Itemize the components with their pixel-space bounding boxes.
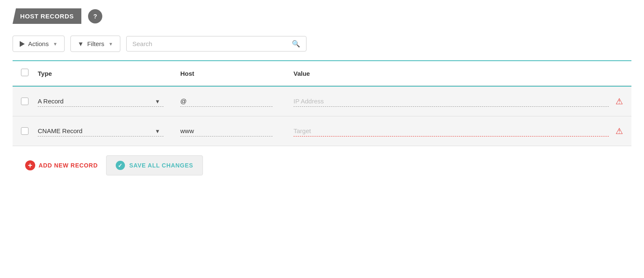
host-column-header: Host: [180, 70, 293, 77]
select-all-checkbox[interactable]: [21, 69, 29, 76]
row-2-host-input[interactable]: [180, 126, 273, 136]
header-row: HOST RECORDS ?: [13, 8, 631, 24]
row-1-warning-icon: ⚠: [615, 96, 623, 106]
search-icon: 🔍: [292, 40, 300, 48]
row-1-checkbox[interactable]: [21, 98, 29, 105]
footer-row: + ADD NEW RECORD ✓ SAVE ALL CHANGES: [13, 146, 631, 185]
help-icon: ?: [93, 13, 97, 20]
save-check-icon: ✓: [116, 161, 125, 170]
row-1-host-input[interactable]: [180, 96, 273, 107]
table-row: A Record AAAA Record CNAME Record MX Rec…: [13, 87, 631, 116]
search-input[interactable]: [132, 40, 292, 47]
header-checkbox-col: [21, 69, 38, 78]
value-label: Value: [293, 70, 310, 77]
table-header: Type Host Value: [13, 61, 631, 86]
table-row: A Record AAAA Record CNAME Record MX Rec…: [13, 116, 631, 146]
row-1-type-select[interactable]: A Record AAAA Record CNAME Record MX Rec…: [38, 96, 164, 107]
value-column-header: Value: [293, 70, 623, 77]
type-label: Type: [38, 70, 52, 77]
host-records-badge: HOST RECORDS: [13, 8, 81, 24]
page-wrapper: HOST RECORDS ? Actions ▼ ▼ Filters ▼ 🔍: [0, 0, 644, 193]
row-2-checkbox[interactable]: [21, 127, 29, 135]
row-2-type-col: A Record AAAA Record CNAME Record MX Rec…: [38, 126, 180, 136]
row-2-type-select[interactable]: A Record AAAA Record CNAME Record MX Rec…: [38, 126, 164, 136]
add-record-button[interactable]: + ADD NEW RECORD: [25, 160, 98, 170]
row-2-value-col: ⚠: [293, 126, 623, 136]
row-2-type-select-wrapper: A Record AAAA Record CNAME Record MX Rec…: [38, 126, 164, 136]
help-button[interactable]: ?: [88, 9, 102, 23]
row-1-type-col: A Record AAAA Record CNAME Record MX Rec…: [38, 96, 180, 107]
actions-label: Actions: [28, 40, 49, 47]
add-record-label: ADD NEW RECORD: [39, 162, 98, 169]
row-checkbox-col: [21, 127, 38, 135]
search-button[interactable]: 🔍: [292, 40, 300, 48]
save-changes-button[interactable]: ✓ SAVE ALL CHANGES: [106, 155, 203, 175]
row-2-warning-icon: ⚠: [615, 126, 623, 136]
row-1-value-input[interactable]: [293, 96, 609, 107]
actions-chevron-icon: ▼: [53, 41, 57, 46]
add-icon: +: [25, 160, 35, 170]
actions-button[interactable]: Actions ▼: [13, 36, 65, 52]
table-body: A Record AAAA Record CNAME Record MX Rec…: [13, 86, 631, 146]
page-title: HOST RECORDS: [20, 13, 74, 20]
row-1-type-select-wrapper: A Record AAAA Record CNAME Record MX Rec…: [38, 96, 164, 107]
row-checkbox-col: [21, 98, 38, 105]
save-changes-label: SAVE ALL CHANGES: [129, 162, 193, 169]
filters-label: Filters: [87, 40, 104, 47]
row-2-value-input[interactable]: [293, 126, 609, 136]
play-icon: [20, 41, 25, 47]
row-1-value-col: ⚠: [293, 96, 623, 107]
filters-button[interactable]: ▼ Filters ▼: [70, 36, 120, 52]
toolbar-row: Actions ▼ ▼ Filters ▼ 🔍: [13, 36, 631, 52]
filters-chevron-icon: ▼: [109, 41, 113, 46]
row-2-host-col: [180, 126, 293, 136]
host-label: Host: [180, 70, 194, 77]
search-wrapper: 🔍: [126, 36, 306, 51]
filter-icon: ▼: [78, 40, 84, 47]
type-column-header: Type: [38, 70, 180, 77]
row-1-host-col: [180, 96, 293, 107]
